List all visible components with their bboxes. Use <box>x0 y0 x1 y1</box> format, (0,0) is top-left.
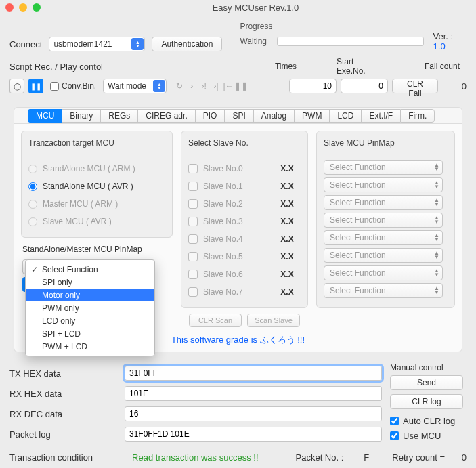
failcount-value: 0 <box>442 81 467 91</box>
reload-icon[interactable]: ↻ <box>173 81 186 91</box>
slave-pinmap-select[interactable]: Select Function▲▼ <box>324 213 443 228</box>
authentication-button[interactable]: Authentication <box>152 37 222 51</box>
tab-firm-[interactable]: Firm. <box>400 109 435 123</box>
pinmap-dropdown[interactable]: Select FunctionSPI onlyMotor onlyPWM onl… <box>25 259 155 356</box>
txhex-input[interactable] <box>125 366 382 381</box>
retry-label: Retry count = <box>392 452 445 463</box>
times-label: Times <box>262 62 309 71</box>
slave-pinmap-select[interactable]: Select Function▲▼ <box>324 160 443 175</box>
clrfail-button[interactable]: CLR Fail <box>392 79 438 93</box>
connect-label: Connect <box>9 39 42 49</box>
chevron-updown-icon: ▲▼ <box>153 80 165 92</box>
progress-status: Waiting <box>240 37 271 46</box>
times-input[interactable] <box>289 79 337 93</box>
pause-button[interactable]: ❚❚ <box>28 79 43 93</box>
pktlog-input[interactable] <box>125 427 382 442</box>
skip-icon[interactable]: ›! <box>198 81 210 91</box>
target-radio[interactable] <box>28 165 37 173</box>
slave-pinmap-select[interactable]: Select Function▲▼ <box>324 177 443 192</box>
pktno-label: Packet No. : <box>296 452 344 463</box>
version-label: Ver. : <box>433 31 454 41</box>
chevron-updown-icon: ▲▼ <box>434 286 439 295</box>
clrlog-button[interactable]: CLR log <box>390 394 463 409</box>
dropdown-option[interactable]: SPI only <box>26 276 154 289</box>
slave-pinmap-select[interactable]: Select Function▲▼ <box>324 283 443 298</box>
dropdown-option[interactable]: SPI + LCD <box>26 327 154 340</box>
dropdown-option[interactable]: PWM + LCD <box>26 340 154 353</box>
chevron-updown-icon: ▲▼ <box>434 163 439 171</box>
tab-pwm[interactable]: PWM <box>294 109 329 123</box>
tab-binary[interactable]: Binary <box>62 109 100 123</box>
slave-checkbox[interactable] <box>188 234 198 244</box>
chevron-updown-icon: ▲▼ <box>434 251 439 259</box>
grade-message: This software grade is ふくろう !!! <box>171 335 305 345</box>
dropdown-option[interactable]: Motor only <box>26 289 154 301</box>
slave-pinmap-select[interactable]: Select Function▲▼ <box>324 248 443 263</box>
clr-scan-button[interactable]: CLR Scan <box>189 314 242 327</box>
tab-analog[interactable]: Analog <box>253 109 294 123</box>
autoclr-checkbox[interactable] <box>390 417 399 425</box>
dropdown-option[interactable]: LCD only <box>26 314 154 327</box>
play-icon[interactable]: › <box>186 81 198 91</box>
cond-value: Read transaction was success !! <box>105 452 283 463</box>
tabbar: MCUBinaryREGsCIREG adr.PIOSPIAnalogPWMLC… <box>14 108 462 124</box>
tab-mcu[interactable]: MCU <box>28 109 62 123</box>
dropdown-option[interactable]: PWM only <box>26 301 154 314</box>
slave-pinmap-select[interactable]: Select Function▲▼ <box>324 265 443 280</box>
rxhex-input[interactable] <box>125 386 382 401</box>
tab-ext-i-f[interactable]: Ext.I/F <box>361 109 400 123</box>
record-button[interactable]: ◯ <box>9 79 24 93</box>
target-radio[interactable] <box>28 217 37 226</box>
scan-slave-button[interactable]: Scan Slave <box>247 314 300 327</box>
minimize-icon[interactable] <box>19 3 27 12</box>
slave-pinmap-select[interactable]: Select Function▲▼ <box>324 230 443 245</box>
tab-regs[interactable]: REGs <box>100 109 137 123</box>
slave-checkbox[interactable] <box>188 270 198 279</box>
rxdec-label: RX DEC data <box>9 409 125 419</box>
startno-input[interactable] <box>341 79 388 93</box>
close-icon[interactable] <box>5 3 14 12</box>
chevron-updown-icon: ▲▼ <box>131 38 144 50</box>
slave-checkbox[interactable] <box>188 182 198 191</box>
chevron-updown-icon: ▲▼ <box>434 216 439 224</box>
version-value: 1.0 <box>433 41 446 51</box>
target-radio[interactable] <box>28 200 37 209</box>
slave-checkbox[interactable] <box>188 252 198 261</box>
cond-label: Transaction condition <box>9 452 93 463</box>
tab-pio[interactable]: PIO <box>195 109 225 123</box>
rxdec-input[interactable] <box>125 406 382 421</box>
slave-checkbox[interactable] <box>188 217 198 226</box>
target-mcu-title: Tranzaction target MCU <box>28 138 165 148</box>
target-radio[interactable] <box>28 182 37 191</box>
play-controls: ↻ › ›! ›| |← ❚❚ <box>173 81 246 91</box>
txhex-label: TX HEX data <box>9 368 125 379</box>
usemcu-checkbox[interactable] <box>390 431 399 440</box>
slave-pinmap-group: Slave MCU PinMap Select Function▲▼Select… <box>316 131 455 308</box>
titlebar: Easy MCUser Rev.1.0 <box>0 0 476 15</box>
dropdown-option[interactable]: Select Function <box>26 263 154 276</box>
script-rec-label: Script Rec. / Play contol <box>9 62 103 72</box>
chevron-updown-icon: ▲▼ <box>434 234 439 242</box>
slave-pinmap-select[interactable]: Select Function▲▼ <box>324 195 443 210</box>
slave-checkbox[interactable] <box>188 199 198 209</box>
window-title: Easy MCUser Rev.1.0 <box>41 3 471 13</box>
manual-title: Manual control <box>390 363 467 373</box>
port-select[interactable]: usbmodem1421 ▲▼ <box>49 37 145 51</box>
pktno-value: F <box>355 452 369 463</box>
send-button[interactable]: Send <box>390 375 463 390</box>
tab-spi[interactable]: SPI <box>224 109 253 123</box>
target-mcu-group: Tranzaction target MCU StandAlone MCU ( … <box>21 131 173 238</box>
convbin-checkbox[interactable] <box>50 82 59 91</box>
prev-icon[interactable]: |← <box>222 81 234 91</box>
progress-label: Progress <box>240 22 467 31</box>
zoom-icon[interactable] <box>33 3 41 12</box>
slave-checkbox[interactable] <box>188 287 198 297</box>
tab-cireg-adr-[interactable]: CIREG adr. <box>137 109 194 123</box>
pause-icon[interactable]: ❚❚ <box>234 81 246 91</box>
tab-lcd[interactable]: LCD <box>329 109 361 123</box>
failcount-label: Fail count <box>411 62 460 71</box>
step-icon[interactable]: ›| <box>210 81 222 91</box>
rxhex-label: RX HEX data <box>9 389 125 399</box>
slave-checkbox[interactable] <box>188 164 198 173</box>
waitmode-select[interactable]: Wait mode ▲▼ <box>103 79 167 93</box>
